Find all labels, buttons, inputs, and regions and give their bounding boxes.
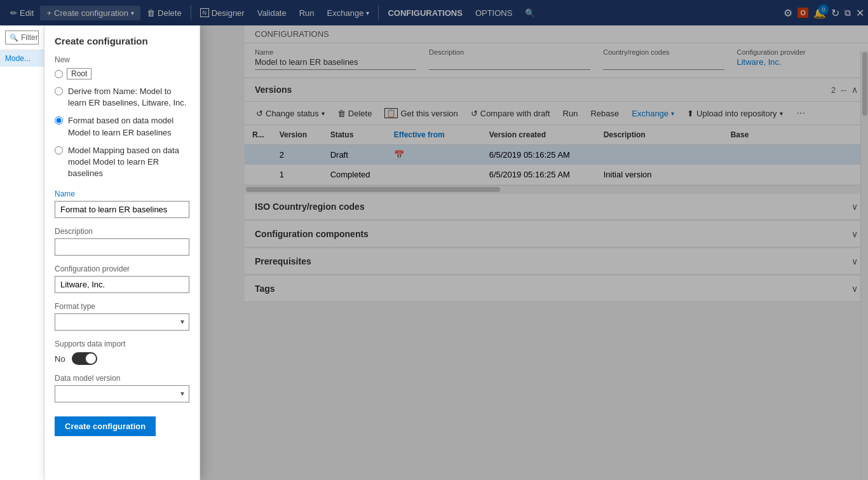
data-model-version-select[interactable] <box>55 385 189 402</box>
root-box: Root <box>67 68 92 79</box>
name-label: Name <box>55 189 189 198</box>
format-type-select[interactable] <box>55 313 189 331</box>
sidebar: 🔍 Filter Mode... <box>0 25 44 480</box>
mapping-label: Model Mapping based on data model Model … <box>68 145 189 180</box>
filter-label[interactable]: Filter <box>21 33 38 42</box>
name-field-container: Name <box>55 189 189 218</box>
panel-title: Create configuration <box>55 36 189 46</box>
format-option[interactable]: Format based on data model Model to lear… <box>55 115 189 138</box>
create-configuration-button[interactable]: Create configuration <box>55 416 156 436</box>
format-type-label: Format type <box>55 302 189 311</box>
new-label: New <box>55 55 189 64</box>
toggle-knob <box>86 353 96 364</box>
create-configuration-panel: Create configuration New Root Derive fro… <box>44 25 200 480</box>
format-label: Format based on data model Model to lear… <box>68 115 189 138</box>
format-type-select-wrapper: ▾ <box>55 313 189 331</box>
filter-icon: 🔍 <box>10 34 18 42</box>
format-type-field-container: Format type ▾ <box>55 302 189 331</box>
sidebar-item-model[interactable]: Mode... <box>0 50 44 67</box>
provider-field-container: Configuration provider <box>55 264 189 293</box>
data-model-version-label: Data model version <box>55 374 189 383</box>
toggle-row: No <box>55 352 189 365</box>
provider-input[interactable] <box>55 276 189 293</box>
mapping-option[interactable]: Model Mapping based on data model Model … <box>55 145 189 180</box>
derive-radio[interactable] <box>55 87 63 95</box>
filter-bar: 🔍 Filter <box>0 25 44 50</box>
supports-import-field: Supports data import No <box>55 339 189 365</box>
description-label: Description <box>55 227 189 236</box>
derive-option[interactable]: Derive from Name: Model to learn ER base… <box>55 86 189 109</box>
data-model-version-select-wrapper: ▾ <box>55 385 189 402</box>
new-section: New Root <box>55 55 189 79</box>
supports-import-toggle[interactable] <box>72 352 97 365</box>
name-input[interactable] <box>55 201 189 218</box>
root-option[interactable]: Root <box>55 68 189 79</box>
root-radio[interactable] <box>55 70 63 78</box>
filter-container[interactable]: 🔍 Filter <box>5 31 39 45</box>
supports-import-label: Supports data import <box>55 339 189 348</box>
toggle-no-label: No <box>55 354 65 364</box>
radio-group: Derive from Name: Model to learn ER base… <box>55 86 189 179</box>
format-radio[interactable] <box>55 116 63 125</box>
mapping-radio[interactable] <box>55 146 63 154</box>
derive-label: Derive from Name: Model to learn ER base… <box>68 86 189 109</box>
data-model-version-container: Data model version ▾ <box>55 374 189 402</box>
provider-label: Configuration provider <box>55 264 189 273</box>
description-field-container: Description <box>55 227 189 256</box>
description-input[interactable] <box>55 238 189 256</box>
